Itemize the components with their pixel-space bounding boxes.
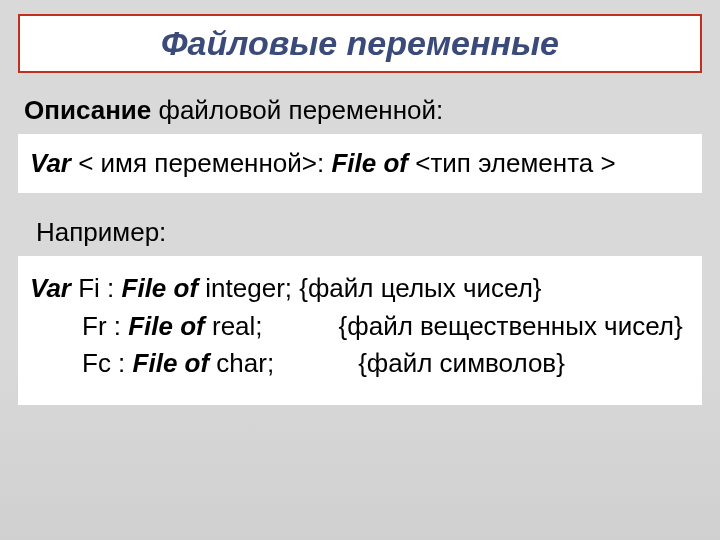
- example-row: Var Fi : File of integer; {файл целых чи…: [30, 270, 690, 308]
- keyword-file-of: File of: [133, 348, 210, 378]
- comment-fr: {файл вещественных чисел}: [339, 311, 683, 341]
- syntax-box: Var < имя переменной>: File of <тип элем…: [18, 134, 702, 193]
- keyword-file-of: File of: [128, 311, 205, 341]
- type-integer: integer;: [198, 273, 292, 303]
- title-box: Файловые переменные: [18, 14, 702, 73]
- decl-fr: Fr :: [82, 311, 128, 341]
- description-heading: Описание файловой переменной:: [24, 95, 696, 126]
- keyword-file-of: File of: [331, 148, 408, 178]
- description-rest: файловой переменной:: [151, 95, 443, 125]
- keyword-var: Var: [30, 148, 71, 178]
- example-box: Var Fi : File of integer; {файл целых чи…: [18, 256, 702, 405]
- example-label: Например:: [36, 217, 692, 248]
- type-real: real;: [205, 311, 263, 341]
- keyword-file-of: File of: [122, 273, 199, 303]
- syntax-type-part: <тип элемента >: [408, 148, 616, 178]
- page-title: Файловые переменные: [20, 24, 700, 63]
- description-bold: Описание: [24, 95, 151, 125]
- syntax-name-part: < имя переменной>:: [71, 148, 331, 178]
- comment-fc: {файл символов}: [358, 348, 565, 378]
- decl-fc: Fc :: [82, 348, 133, 378]
- comment-fi: {файл целых чисел}: [299, 273, 541, 303]
- example-row: Fc : File of char;{файл символов}: [30, 345, 690, 383]
- type-char: char;: [209, 348, 274, 378]
- example-row: Fr : File of real;{файл вещественных чис…: [30, 308, 690, 346]
- decl-fi: Fi :: [71, 273, 122, 303]
- keyword-var: Var: [30, 273, 71, 303]
